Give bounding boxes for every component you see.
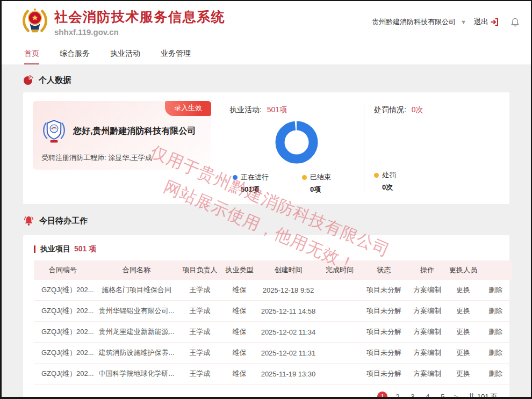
penalty-stats: 处罚情况: 0次 处罚 0次 [364, 101, 500, 195]
table-row: GZQJ(维）202...中国科学院地球化学研...王学成维保2025-11-1… [34, 364, 512, 385]
change-link[interactable]: 更换 [448, 364, 479, 385]
legend-dot-blue [233, 175, 238, 180]
table-cell: 贵州华锦铝业有限公司... [94, 301, 179, 322]
table-cell: 项目未分解 [361, 343, 407, 364]
page-button-3[interactable]: 3 [407, 391, 418, 399]
header-right: 贵州黔建消防科技有限公司 ▼ 退出 [372, 17, 520, 27]
nav-item-business[interactable]: 业务管理 [161, 43, 191, 64]
column-header [479, 260, 512, 280]
table-cell: 项目未分解 [361, 322, 407, 343]
header: 社会消防技术服务信息系统 shhxf.119.gov.cn 贵州黔建消防科技有限… [2, 1, 531, 43]
table-cell [318, 322, 361, 343]
column-header: 更换人员 [448, 260, 479, 280]
page-button-4[interactable]: 4 [422, 391, 433, 399]
page-button-1[interactable]: 1 [377, 391, 387, 399]
notification-bell-icon[interactable] [510, 17, 520, 27]
table-row: GZQJ(维）202...施格名门项目维保合同王学成维保2025-12-18 9… [34, 280, 512, 301]
table-cell: 项目未分解 [361, 280, 407, 301]
table-row: GZQJ(维）202...贵州龙里建业新新能源...王学成维保2025-12-0… [34, 322, 512, 343]
table-cell: 2025-12-02 11:34 [258, 322, 318, 343]
engineers-text: 受聘注册消防工程师: 涂显华,王学成 [41, 153, 152, 163]
delete-link[interactable]: 删除 [479, 322, 512, 343]
logout-icon [490, 18, 499, 26]
activity-stat-title: 执业活动: 501项 [229, 105, 364, 115]
change-link[interactable]: 更换 [448, 343, 479, 364]
entry-effective-badge: 录入生效 [165, 101, 211, 116]
column-header: 项目负责人 [179, 260, 220, 280]
projects-table-head: 合同编号合同名称项目负责人执业类型创建时间完成时间状态操作更换人员 [34, 260, 512, 280]
activity-stats: 执业活动: 501项 正在进行 501项 [211, 101, 364, 195]
table-cell: 方案编制 [407, 322, 448, 343]
personal-data-title: 个人数据 [39, 75, 71, 85]
delete-link[interactable]: 删除 [479, 301, 512, 322]
penalty-label: 处罚情况: [374, 105, 406, 114]
page-button-5[interactable]: 5 [437, 391, 448, 399]
table-cell: 维保 [220, 364, 258, 385]
table-cell: GZQJ(维）202... [34, 364, 94, 385]
legend-finished-label: 已结束 [310, 172, 331, 182]
system-url: shhxf.119.gov.cn [54, 27, 225, 37]
delete-link[interactable]: 删除 [479, 280, 512, 301]
table-cell [318, 280, 361, 301]
table-cell: GZQJ(维）202... [34, 343, 94, 364]
pie-chart-icon [23, 75, 34, 85]
column-header: 完成时间 [318, 260, 361, 280]
main-nav: 首页 综合服务 执业活动 业务管理 [2, 43, 531, 64]
delete-link[interactable]: 删除 [479, 343, 512, 364]
fire-service-emblem-icon [21, 7, 49, 37]
pagination: 12345 > 共 101 页 [35, 391, 498, 399]
column-header: 合同编号 [34, 260, 94, 280]
delete-link[interactable]: 删除 [479, 364, 512, 385]
todo-table-head-row: 合同编号合同名称项目负责人执业类型创建时间完成时间状态操作更换人员 [34, 260, 512, 280]
content: 个人数据 录入生效 您好,贵州黔 [2, 75, 531, 399]
table-cell: GZQJ(维）202... [34, 301, 94, 322]
table-cell: 2025-11-19 13:30 [258, 364, 318, 385]
table-cell: 王学成 [179, 280, 220, 301]
table-cell: 维保 [220, 280, 258, 301]
table-cell: 2025-12-11 14:58 [258, 301, 318, 322]
chevron-down-icon[interactable]: ▼ [461, 19, 466, 25]
column-header: 创建时间 [258, 260, 318, 280]
app-window: 社会消防技术服务信息系统 shhxf.119.gov.cn 贵州黔建消防科技有限… [0, 0, 532, 399]
legend-ongoing-label: 正在进行 [241, 172, 269, 182]
title-block: 社会消防技术服务信息系统 shhxf.119.gov.cn [54, 8, 225, 37]
table-cell: 项目未分解 [361, 301, 407, 322]
column-header: 执业类型 [220, 260, 258, 280]
table-cell: 方案编制 [407, 343, 448, 364]
projects-table-body: GZQJ(维）202...施格名门项目维保合同王学成维保2025-12-18 9… [34, 280, 512, 385]
table-cell: GZQJ(维）202... [34, 322, 94, 343]
logout-button[interactable]: 退出 [473, 17, 499, 27]
legend-ongoing-value: 501项 [241, 185, 269, 194]
company-logo [41, 117, 67, 146]
penalty-stat-title: 处罚情况: 0次 [374, 105, 500, 115]
table-cell: 方案编制 [407, 301, 448, 322]
alarm-bell-icon [23, 215, 34, 227]
table-cell: 方案编制 [407, 280, 448, 301]
next-page-button[interactable]: > [452, 393, 459, 399]
projects-subtitle: 执业项目 501 项 [34, 244, 499, 254]
nav-item-practice[interactable]: 执业活动 [110, 43, 140, 64]
table-cell: 王学成 [179, 301, 220, 322]
table-cell: 贵州龙里建业新新能源... [94, 322, 179, 343]
penalty-dot-yellow [374, 173, 379, 178]
profile-card: 录入生效 您好,贵州黔建消防科技有限公司 受聘注册消 [33, 101, 211, 170]
todo-panel: 执业项目 501 项 合同编号合同名称项目负责人执业类型创建时间完成时间状态操作… [23, 235, 509, 399]
total-pages-label: 共 101 页 [468, 392, 498, 399]
penalty-value: 0次 [412, 105, 423, 114]
change-link[interactable]: 更换 [448, 322, 479, 343]
nav-item-home[interactable]: 首页 [24, 43, 39, 64]
table-cell: GZQJ(维）202... [34, 280, 94, 301]
greeting-text: 您好,贵州黔建消防科技有限公司 [73, 126, 196, 137]
change-link[interactable]: 更换 [448, 301, 479, 322]
table-cell: 维保 [220, 322, 258, 343]
table-cell: 施格名门项目维保合同 [94, 280, 179, 301]
current-company[interactable]: 贵州黔建消防科技有限公司 [372, 17, 456, 27]
nav-item-services[interactable]: 综合服务 [60, 43, 90, 64]
red-bar-decoration [34, 245, 35, 253]
page-button-2[interactable]: 2 [392, 391, 402, 399]
legend-penalty-label: 处罚 [382, 170, 396, 180]
activity-value: 501项 [267, 105, 287, 114]
table-cell: 项目未分解 [361, 364, 407, 385]
personal-data-section-head: 个人数据 [23, 75, 509, 85]
change-link[interactable]: 更换 [448, 280, 479, 301]
